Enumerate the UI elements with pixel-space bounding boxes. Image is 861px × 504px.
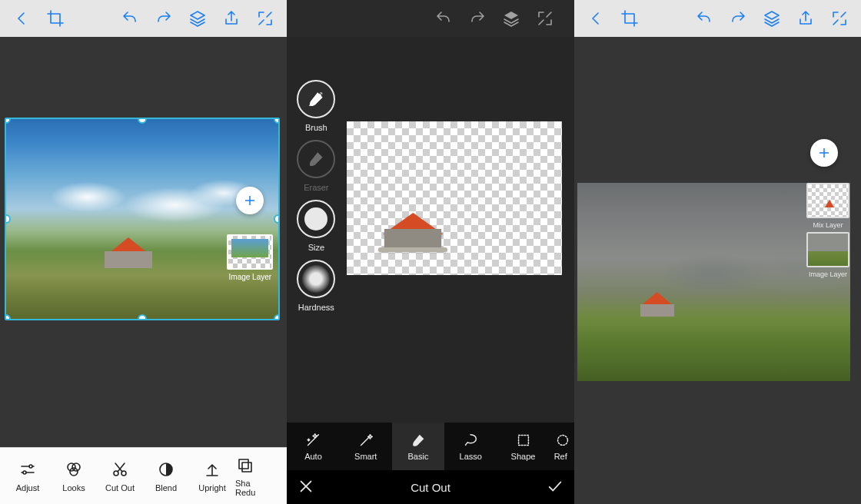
add-layer-button[interactable]	[810, 139, 838, 167]
bottom-toolbar-left: Adjust Looks Cut Out Blend Upright Sha R…	[0, 447, 287, 504]
canvas-middle[interactable]: + Brush Eraser Size Hardness	[287, 37, 573, 423]
svg-text:+: +	[321, 91, 324, 98]
resize-handle-mb[interactable]	[138, 314, 147, 320]
hardness-tool[interactable]	[297, 260, 335, 298]
eraser-label: Eraser	[304, 183, 328, 192]
tab-auto[interactable]: Auto	[287, 423, 339, 470]
confirm-button[interactable]	[547, 478, 563, 497]
panel-right: Mix Layer Image Layer	[574, 0, 861, 504]
tab-basic[interactable]: Basic	[392, 423, 444, 470]
brush-tool[interactable]: +	[297, 80, 335, 118]
upright-button[interactable]: Upright	[189, 460, 235, 492]
undo-icon[interactable]	[428, 3, 459, 34]
adjust-button[interactable]: Adjust	[5, 460, 51, 492]
crop-icon[interactable]	[40, 3, 71, 34]
resize-handle-ml[interactable]	[5, 214, 11, 224]
resize-handle-mr[interactable]	[274, 214, 280, 224]
layer-thumb-mix[interactable]	[806, 183, 849, 218]
toolbar-middle	[287, 0, 573, 37]
size-label: Size	[308, 243, 324, 252]
share-icon[interactable]	[790, 3, 821, 34]
shadow-reduce-button[interactable]: Sha Redu	[235, 456, 257, 497]
cutout-button[interactable]: Cut Out	[97, 460, 143, 492]
selected-layer-bounds[interactable]	[5, 118, 280, 320]
share-icon[interactable]	[216, 3, 247, 34]
size-tool[interactable]	[297, 200, 335, 238]
back-icon[interactable]	[580, 3, 611, 34]
redo-icon[interactable]	[462, 3, 493, 34]
brush-label: Brush	[305, 123, 327, 132]
crop-icon[interactable]	[614, 3, 645, 34]
layer-thumb-image[interactable]	[806, 232, 849, 267]
layers-icon[interactable]	[496, 3, 527, 34]
tab-smart[interactable]: Smart	[340, 423, 392, 470]
svg-rect-12	[518, 436, 528, 446]
fullscreen-icon[interactable]	[530, 3, 560, 34]
tab-shape[interactable]: Shape	[497, 423, 549, 470]
svg-point-0	[29, 465, 32, 468]
canvas-right[interactable]: Mix Layer Image Layer	[574, 37, 861, 504]
layers-icon[interactable]	[756, 3, 787, 34]
cancel-button[interactable]	[298, 478, 314, 497]
undo-icon[interactable]	[689, 3, 720, 34]
panel-left: Image Layer Adjust Looks Cut Out Blend U…	[0, 0, 287, 504]
layer-thumbnail[interactable]	[227, 234, 273, 270]
svg-rect-9	[242, 463, 251, 472]
redo-icon[interactable]	[723, 3, 753, 34]
layer-label-mix: Mix Layer	[813, 221, 843, 229]
cutout-subject[interactable]	[375, 210, 450, 252]
cutout-mode-tabs: Auto Smart Basic Lasso Shape Ref	[287, 423, 573, 470]
svg-point-1	[23, 471, 26, 474]
house-graphic	[98, 233, 158, 268]
blend-button[interactable]: Blend	[143, 460, 189, 492]
redo-icon[interactable]	[148, 3, 179, 34]
svg-point-13	[557, 436, 567, 446]
svg-rect-8	[239, 459, 248, 469]
layers-icon[interactable]	[182, 3, 213, 34]
eraser-tool[interactable]	[297, 140, 335, 178]
svg-point-4	[70, 468, 78, 476]
cutout-title: Cut Out	[287, 481, 573, 494]
fullscreen-icon[interactable]	[250, 3, 281, 34]
cutout-tool-palette: + Brush Eraser Size Hardness	[293, 75, 339, 312]
undo-icon[interactable]	[115, 3, 145, 34]
resize-handle-br[interactable]	[274, 314, 280, 320]
resize-handle-tr[interactable]	[274, 118, 280, 124]
resize-handle-tl[interactable]	[5, 118, 11, 124]
transparency-canvas[interactable]	[347, 121, 562, 275]
layer-label-image: Image Layer	[809, 270, 847, 278]
svg-point-3	[72, 463, 80, 471]
looks-button[interactable]: Looks	[51, 460, 97, 492]
toolbar-left	[0, 0, 287, 37]
fullscreen-icon[interactable]	[824, 3, 855, 34]
panel-middle: + Brush Eraser Size Hardness Auto Smart	[287, 0, 573, 504]
toolbar-right	[574, 0, 861, 37]
back-icon[interactable]	[6, 3, 37, 34]
cutout-title-bar: Cut Out	[287, 470, 573, 504]
resize-handle-mt[interactable]	[138, 118, 147, 124]
tab-refine[interactable]: Ref	[550, 423, 574, 470]
layers-panel: Mix Layer Image Layer	[804, 183, 852, 278]
pasted-cutout[interactable]	[636, 289, 679, 317]
layer-thumbnail-label: Image Layer	[229, 273, 272, 281]
tab-lasso[interactable]: Lasso	[444, 423, 497, 470]
layer-thumb-panel: Image Layer	[225, 234, 274, 281]
hardness-label: Hardness	[298, 303, 334, 312]
resize-handle-bl[interactable]	[5, 314, 11, 320]
canvas-left[interactable]: Image Layer	[0, 37, 287, 447]
